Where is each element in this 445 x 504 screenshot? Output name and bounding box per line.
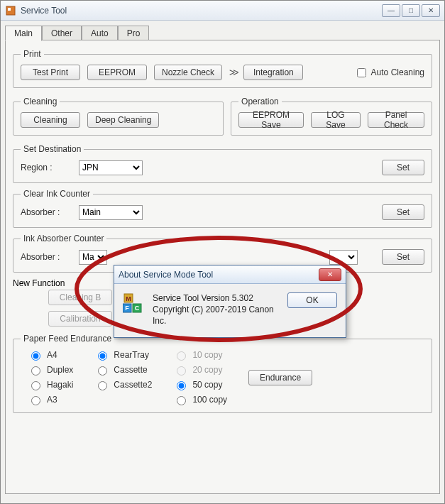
deep-cleaning-button[interactable]: Deep Cleaning [87, 112, 159, 128]
radio-50copy[interactable]: 50 copy [173, 379, 227, 390]
tab-pro[interactable]: Pro [118, 26, 150, 41]
group-set-destination-legend: Set Destination [21, 144, 84, 154]
group-paper-feed-legend: Paper Feed Endurance [21, 334, 114, 344]
group-ink-absorber-legend: Ink Absorber Counter [21, 234, 106, 243]
radio-a4[interactable]: A4 [28, 349, 73, 361]
radio-reartray[interactable]: RearTray [94, 349, 152, 361]
new-function-label: New Function [13, 278, 65, 288]
cleaning-b-button[interactable]: Cleaning B [48, 290, 112, 305]
test-print-button[interactable]: Test Print [21, 65, 80, 80]
window-title: Service Tool [21, 6, 67, 16]
auto-cleaning-checkbox[interactable]: Auto Cleaning [354, 66, 424, 80]
tab-auto[interactable]: Auto [82, 26, 118, 41]
window-controls: — □ ✕ [382, 4, 440, 17]
auto-cleaning-input[interactable] [357, 68, 366, 77]
svg-text:M: M [126, 295, 131, 302]
ink-absorber-label: Absorber : [21, 252, 70, 262]
paper-size-group: A4 Duplex Hagaki A3 [28, 349, 73, 405]
titlebar: Service Tool — □ ✕ [1, 1, 444, 21]
more-icon[interactable]: >> [229, 67, 236, 78]
tab-strip: Main Other Auto Pro [5, 25, 440, 40]
ink-absorber-set-button[interactable]: Set [382, 249, 424, 265]
about-dialog-titlebar: About Service Mode Tool ✕ [114, 265, 346, 284]
region-label: Region : [21, 163, 70, 172]
radio-10copy: 10 copy [173, 349, 227, 361]
radio-duplex[interactable]: Duplex [28, 364, 73, 376]
group-operation: Operation EEPROM Save LOG Save Panel Che… [231, 97, 432, 136]
clear-ink-combo[interactable]: Main [79, 205, 143, 220]
group-clear-ink-legend: Clear Ink Counter [21, 189, 93, 199]
group-print-legend: Print [21, 49, 44, 59]
tab-other[interactable]: Other [42, 26, 82, 41]
minimize-button[interactable]: — [382, 4, 400, 17]
cleaning-button[interactable]: Cleaning [21, 112, 80, 128]
panel-check-button[interactable]: Panel Check [368, 112, 424, 128]
about-ok-button[interactable]: OK [287, 292, 337, 308]
radio-100copy[interactable]: 100 copy [173, 394, 227, 405]
group-operation-legend: Operation [238, 97, 282, 106]
client-area: Main Other Auto Pro Print Test Print EEP… [1, 21, 444, 503]
region-set-button[interactable]: Set [382, 160, 424, 175]
group-cleaning-legend: Cleaning [21, 97, 60, 106]
log-save-button[interactable]: LOG Save [311, 112, 361, 128]
svg-text:F: F [125, 305, 129, 312]
nozzle-check-button[interactable]: Nozzle Check [154, 65, 222, 80]
paper-source-group: RearTray Cassette Cassette2 [94, 349, 152, 390]
tab-main[interactable]: Main [5, 26, 42, 41]
mfc-icon: M F C [123, 292, 145, 315]
radio-20copy: 20 copy [173, 364, 227, 376]
close-button[interactable]: ✕ [422, 4, 440, 17]
integration-button[interactable]: Integration [243, 65, 303, 80]
about-dialog: About Service Mode Tool ✕ M F C [114, 265, 346, 338]
region-combo[interactable]: JPN [79, 160, 143, 175]
ink-absorber-combo[interactable]: Ma [79, 250, 107, 265]
eeprom-save-button[interactable]: EEPROM Save [238, 112, 304, 128]
auto-cleaning-label: Auto Cleaning [371, 67, 424, 77]
group-cleaning: Cleaning Cleaning Deep Cleaning [13, 97, 224, 136]
ink-absorber-combo-2[interactable] [329, 250, 358, 265]
clear-ink-set-button[interactable]: Set [382, 204, 424, 220]
svg-rect-1 [8, 8, 11, 11]
group-paper-feed: Paper Feed Endurance A4 Duplex Hagaki A3… [13, 334, 432, 413]
copies-group: 10 copy 20 copy 50 copy 100 copy [173, 349, 227, 405]
about-version-line: Service Tool Version 5.302 [153, 292, 280, 304]
endurance-button[interactable]: Endurance [248, 370, 312, 385]
radio-cassette2[interactable]: Cassette2 [94, 379, 152, 390]
group-set-destination: Set Destination Region : JPN Set [13, 144, 432, 183]
eeprom-button[interactable]: EEPROM [87, 65, 147, 80]
group-clear-ink: Clear Ink Counter Absorber : Main Set [13, 189, 432, 228]
clear-ink-label: Absorber : [21, 207, 70, 217]
radio-cassette[interactable]: Cassette [94, 364, 152, 376]
calibration-button[interactable]: Calibration [48, 311, 112, 327]
group-print: Print Test Print EEPROM Nozzle Check >> … [13, 49, 432, 88]
radio-a3[interactable]: A3 [28, 394, 73, 405]
app-icon [5, 5, 16, 16]
maximize-button[interactable]: □ [402, 4, 420, 17]
tabpanel-main: Print Test Print EEPROM Nozzle Check >> … [5, 40, 440, 494]
about-copyright-line: Copyright (C) 2007-2019 Canon Inc. [153, 304, 280, 327]
radio-hagaki[interactable]: Hagaki [28, 379, 73, 390]
main-window: Service Tool — □ ✕ Main Other Auto Pro P… [0, 0, 445, 504]
about-dialog-title: About Service Mode Tool [119, 270, 213, 280]
about-dialog-text: Service Tool Version 5.302 Copyright (C)… [153, 292, 280, 327]
svg-text:C: C [135, 305, 140, 312]
about-dialog-close-button[interactable]: ✕ [319, 268, 341, 281]
